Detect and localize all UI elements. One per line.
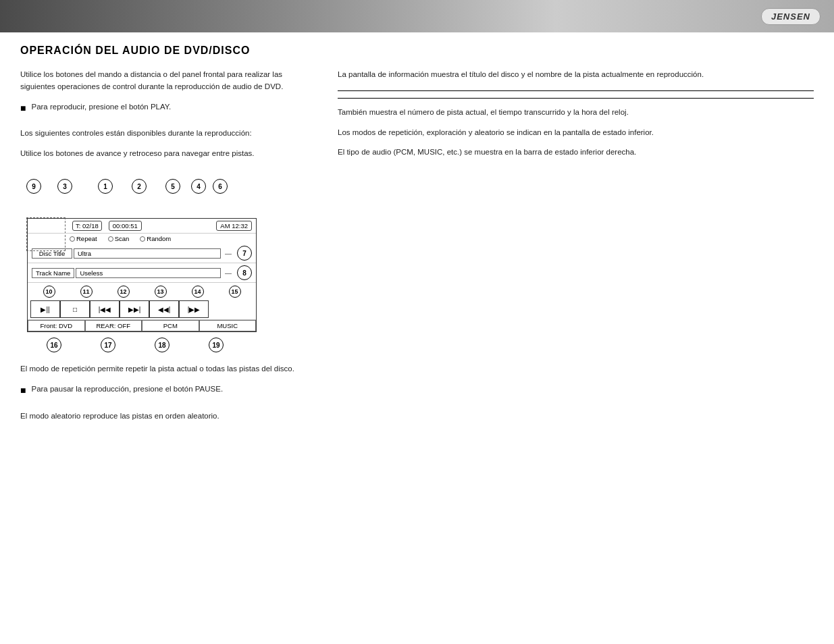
status-bar: Front: DVD REAR: OFF PCM MUSIC bbox=[28, 319, 256, 331]
random-indicator: Random bbox=[140, 235, 171, 242]
random-radio bbox=[140, 236, 145, 242]
jensen-logo: JENSEN bbox=[761, 8, 820, 25]
divider-1 bbox=[338, 90, 814, 91]
callout-11: 11 bbox=[80, 286, 93, 298]
callout-12: 12 bbox=[118, 286, 130, 298]
callout-10: 10 bbox=[43, 286, 55, 298]
left-para-3: Utilice los botones de avance y retroces… bbox=[20, 148, 317, 160]
status-music: MUSIC bbox=[199, 320, 257, 331]
next-track-button[interactable]: |▶▶ bbox=[179, 300, 209, 318]
status-front-dvd: Front: DVD bbox=[28, 320, 85, 331]
bullet-text-1: Para reproducir, presione el botón PLAY. bbox=[31, 101, 171, 113]
header-bar: JENSEN bbox=[0, 0, 834, 32]
main-content: OPERACIÓN DEL AUDIO DE DVD/DISCO Utilice… bbox=[0, 32, 834, 443]
callout-9: 9 bbox=[26, 179, 41, 194]
disc-title-label: Disc Title bbox=[32, 248, 72, 259]
repeat-indicator: Repeat bbox=[70, 235, 97, 242]
clock-display: AM 12:32 bbox=[216, 221, 252, 231]
track-number-display: T: 02/18 bbox=[72, 221, 102, 231]
play-pause-button[interactable]: ▶|| bbox=[30, 300, 60, 318]
callout-4: 4 bbox=[191, 179, 206, 194]
repeat-radio bbox=[70, 236, 75, 242]
controls-callout-row: 10 11 12 13 14 15 bbox=[28, 283, 256, 298]
content-area: Utilice los botones del mando a distanci… bbox=[20, 69, 814, 431]
callout-3: 3 bbox=[57, 179, 72, 194]
bullet-text-2: Para pausar la reproducción, presione el… bbox=[31, 383, 223, 396]
status-pcm: PCM bbox=[142, 320, 199, 331]
scan-radio bbox=[108, 236, 113, 242]
track-name-row: Track Name Useless — 8 bbox=[28, 263, 256, 283]
right-para-1: La pantalla de información muestra el tí… bbox=[338, 69, 814, 81]
stop-button[interactable]: □ bbox=[60, 300, 90, 318]
callout-16: 16 bbox=[47, 338, 61, 352]
diagram-container: 9 3 1 2 5 4 6 bbox=[20, 173, 304, 352]
callout-1: 1 bbox=[98, 179, 113, 194]
callout-5: 5 bbox=[165, 179, 180, 194]
callout-18: 18 bbox=[155, 338, 170, 352]
left-para-4: El modo de repetición permite repetir la… bbox=[20, 363, 317, 375]
page-title: OPERACIÓN DEL AUDIO DE DVD/DISCO bbox=[20, 45, 814, 57]
bullet-dot-1: ■ bbox=[20, 102, 26, 122]
prev-chapter-button[interactable]: |◀◀ bbox=[90, 300, 120, 318]
controls-section: 10 11 12 13 14 15 ▶|| □ |◀◀ ▶▶| bbox=[28, 283, 256, 319]
right-para-4: El tipo de audio (PCM, MUSIC, etc.) se m… bbox=[338, 146, 814, 159]
left-para-1: Utilice los botones del mando a distanci… bbox=[20, 69, 317, 93]
random-label: Random bbox=[147, 235, 171, 242]
disc-title-row: Disc Title Ultra — 7 bbox=[28, 244, 256, 263]
disc-title-value: Ultra bbox=[74, 248, 221, 259]
display-panel: T: 02/18 00:00:51 AM 12:32 Repeat bbox=[27, 218, 257, 332]
callout-17: 17 bbox=[101, 338, 115, 352]
callout-8: 8 bbox=[237, 265, 252, 280]
bullet-2: ■ Para pausar la reproducción, presione … bbox=[20, 383, 317, 404]
scan-indicator: Scan bbox=[108, 235, 130, 242]
left-column: Utilice los botones del mando a distanci… bbox=[20, 69, 317, 431]
scan-label: Scan bbox=[115, 235, 130, 242]
bullet-dot-2: ■ bbox=[20, 384, 26, 404]
callout-7: 7 bbox=[237, 246, 252, 261]
repeat-label: Repeat bbox=[76, 235, 97, 242]
bullet-1: ■ Para reproducir, presione el botón PLA… bbox=[20, 101, 317, 122]
right-para-2: También muestra el número de pista actua… bbox=[338, 107, 814, 119]
divider-2 bbox=[338, 98, 814, 99]
status-rear-off: REAR: OFF bbox=[85, 320, 142, 331]
left-para-2: Los siguientes controles están disponibl… bbox=[20, 128, 317, 140]
time-display: 00:00:51 bbox=[109, 221, 142, 231]
top-callout-row: 9 3 1 2 5 4 6 bbox=[24, 173, 246, 198]
callout-15: 15 bbox=[229, 286, 241, 298]
next-chapter-button[interactable]: ▶▶| bbox=[120, 300, 149, 318]
prev-track-button[interactable]: ◀◀| bbox=[149, 300, 179, 318]
callout-2: 2 bbox=[132, 179, 147, 194]
bottom-callout-row: 16 17 18 19 bbox=[27, 338, 243, 352]
display-top-row: T: 02/18 00:00:51 AM 12:32 bbox=[28, 219, 256, 234]
right-para-3: Los modos de repetición, exploración y a… bbox=[338, 127, 814, 139]
callout-13: 13 bbox=[155, 286, 167, 298]
display-status-row: Repeat Scan Random bbox=[28, 234, 256, 244]
left-para-5: El modo aleatorio reproduce las pistas e… bbox=[20, 410, 317, 423]
callout-14: 14 bbox=[192, 286, 204, 298]
track-name-label: Track Name bbox=[32, 268, 74, 278]
callout-19: 19 bbox=[209, 338, 224, 352]
control-buttons-row: ▶|| □ |◀◀ ▶▶| ◀◀| |▶▶ bbox=[28, 298, 256, 319]
callout-6: 6 bbox=[213, 179, 228, 194]
track-name-value: Useless bbox=[76, 268, 221, 278]
right-column: La pantalla de información muestra el tí… bbox=[338, 69, 814, 431]
